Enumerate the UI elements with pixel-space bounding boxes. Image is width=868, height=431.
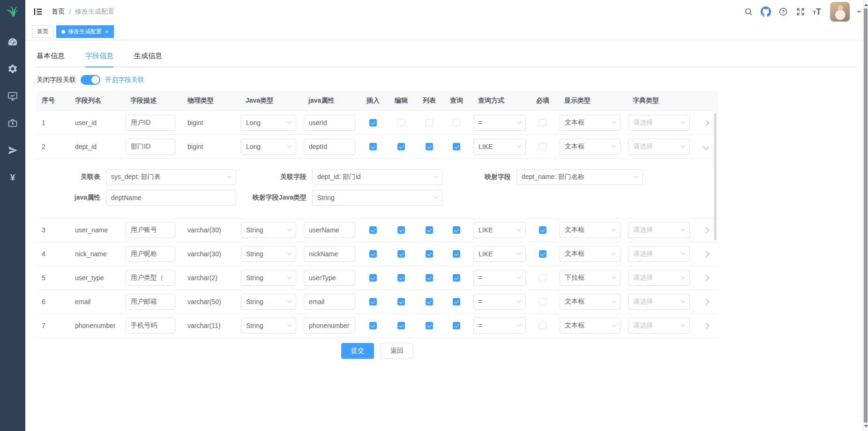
checkbox-insert[interactable] [369,143,377,150]
checkbox-edit[interactable] [397,250,405,258]
checkbox-query[interactable] [453,298,460,305]
java-type-select[interactable]: String [241,318,296,334]
tag-home[interactable]: 首页 [32,25,53,38]
checkbox-list[interactable] [426,143,433,150]
query-mode-select[interactable]: = [473,270,526,286]
java-field-input[interactable] [304,270,355,286]
java-type-select[interactable]: String [241,294,296,310]
java-type-select[interactable]: Long [241,139,296,155]
display-type-select[interactable]: 文本框 [560,318,621,334]
tab-field-info[interactable]: 字段信息 [85,47,113,67]
checkbox-insert[interactable] [369,250,377,258]
checkbox-query[interactable] [453,274,460,282]
query-mode-select[interactable]: = [473,318,526,334]
checkbox-list[interactable] [426,250,433,258]
checkbox-insert[interactable] [369,298,377,305]
help-icon[interactable]: ? [778,7,788,17]
sidebar-item-dashboard[interactable] [0,28,25,55]
query-mode-select[interactable]: = [473,115,526,131]
dict-type-select[interactable]: 请选择 [628,222,690,238]
display-type-select[interactable]: 文本框 [560,294,621,310]
github-icon[interactable] [761,7,771,17]
caret-down-icon[interactable] [857,11,861,15]
tag-current[interactable]: 修改生成配置 × [56,25,114,38]
expand-toggle-icon[interactable] [703,227,709,233]
sidebar-item-monitor[interactable] [0,82,25,110]
display-type-select[interactable]: 文本框 [560,115,621,131]
dict-type-select[interactable]: 请选择 [628,294,690,310]
checkbox-query[interactable] [453,250,460,258]
app-logo[interactable] [0,0,25,23]
field-description-input[interactable] [126,115,175,131]
java-type-select[interactable]: Long [241,115,296,131]
checkbox-list[interactable] [426,226,433,234]
submit-button[interactable]: 提交 [341,343,374,359]
java-field-input[interactable] [304,115,355,131]
field-description-input[interactable] [126,270,175,286]
field-description-input[interactable] [126,139,175,155]
expand-toggle-icon[interactable] [703,251,709,257]
java-type-select[interactable]: String [241,270,296,286]
expand-toggle-icon[interactable] [703,275,709,281]
display-type-select[interactable]: 下拉框 [560,270,621,286]
field-description-input[interactable] [126,222,175,238]
checkbox-required[interactable] [539,226,546,234]
java-type-select[interactable]: String [241,222,296,238]
java-field-input[interactable] [304,139,355,155]
expand-toggle-icon[interactable] [703,299,709,305]
checkbox-insert[interactable] [369,119,377,126]
checkbox-insert[interactable] [369,226,377,234]
field-description-input[interactable] [126,246,175,262]
table-scrollbar-thumb[interactable] [714,113,717,240]
field-description-input[interactable] [126,318,175,334]
expand-toggle-icon[interactable] [703,120,709,126]
checkbox-edit[interactable] [397,226,405,234]
dict-type-select[interactable]: 请选择 [628,139,690,155]
tab-generate-info[interactable]: 生成信息 [134,47,162,67]
dict-type-select[interactable]: 请选择 [628,318,690,334]
checkbox-required[interactable] [539,322,546,329]
checkbox-insert[interactable] [369,274,377,282]
sidebar-item-finance[interactable]: ¥ [0,164,25,191]
tag-close-icon[interactable]: × [105,29,109,35]
related-field-select[interactable]: dept_id: 部门id [312,169,442,185]
java-field-input[interactable] [304,222,355,238]
query-mode-select[interactable]: LIKE [473,246,526,262]
java-field-input[interactable] [304,318,355,334]
checkbox-required[interactable] [539,298,546,305]
mapped-java-type-select[interactable]: String [312,190,442,206]
java-field-input[interactable] [304,246,355,262]
page-scrollbar-thumb[interactable] [864,8,868,423]
back-button[interactable]: 返回 [381,343,413,359]
checkbox-query[interactable] [453,226,460,234]
java-attr-input[interactable] [106,190,236,206]
checkbox-edit[interactable] [397,298,405,305]
field-description-input[interactable] [126,294,175,310]
checkbox-list[interactable] [426,322,433,329]
dict-type-select[interactable]: 请选择 [628,115,690,131]
checkbox-insert[interactable] [369,322,377,329]
sidebar-item-system[interactable] [0,55,25,82]
checkbox-required[interactable] [539,143,546,150]
association-toggle[interactable] [81,75,100,85]
query-mode-select[interactable]: LIKE [473,139,526,155]
java-type-select[interactable]: String [241,246,296,262]
scrollbar-down-icon[interactable] [864,425,868,429]
checkbox-query[interactable] [453,119,460,126]
expand-toggle-icon[interactable] [703,144,709,150]
scrollbar-up-icon[interactable] [864,2,868,6]
page-scrollbar[interactable] [863,0,868,431]
expand-toggle-icon[interactable] [703,323,709,329]
display-type-select[interactable]: 文本框 [560,222,621,238]
query-mode-select[interactable]: LIKE [473,222,526,238]
tab-basic-info[interactable]: 基本信息 [37,47,65,67]
sidebar-fold-icon[interactable] [33,7,43,17]
checkbox-edit[interactable] [397,143,405,150]
breadcrumb-home[interactable]: 首页 [52,7,65,16]
checkbox-query[interactable] [453,322,460,329]
mapped-field-select[interactable]: dept_name: 部门名称 [516,169,643,185]
user-avatar[interactable] [830,2,850,22]
checkbox-edit[interactable] [397,274,405,282]
checkbox-edit[interactable] [397,119,405,126]
checkbox-list[interactable] [426,298,433,305]
